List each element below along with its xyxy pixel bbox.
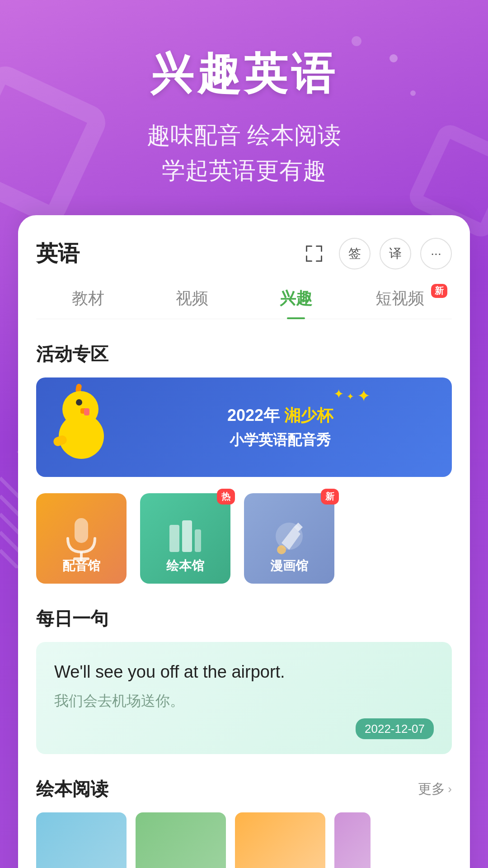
book-item-3[interactable]	[235, 812, 325, 868]
book-item-1[interactable]	[36, 812, 127, 868]
daily-date-badge: 2022-12-07	[356, 718, 434, 739]
book-strip	[36, 812, 452, 868]
banner-subtitle: 小学英语配音秀	[122, 430, 438, 450]
mic-icon	[61, 514, 102, 563]
main-card: 英语 签 译	[18, 215, 470, 868]
activity-section-title: 活动专区	[36, 342, 452, 367]
more-link[interactable]: 更多 ›	[418, 780, 452, 798]
tab-textbook[interactable]: 教材	[36, 288, 140, 319]
picture-book-icon-wrap: 绘本馆 热	[140, 493, 230, 584]
feature-dubbing[interactable]: 配音馆	[36, 493, 127, 584]
manga-badge: 新	[321, 489, 339, 505]
svg-rect-15	[75, 518, 88, 543]
svg-rect-19	[182, 520, 192, 552]
card-title: 英语	[36, 239, 80, 268]
book-item-2[interactable]	[136, 812, 226, 868]
tab-interest[interactable]: 兴趣	[244, 288, 348, 319]
activity-banner[interactable]: 2022年 湘少杯 小学英语配音秀 ✦ ✦ ✦	[36, 377, 452, 477]
banner-stars: ✦ ✦ ✦	[333, 387, 371, 406]
svg-rect-18	[169, 525, 179, 552]
feature-manga[interactable]: 漫画馆 新	[244, 493, 334, 584]
daily-card[interactable]: We'll see you off at the airport. 我们会去机场…	[36, 642, 452, 754]
svg-point-22	[277, 545, 286, 554]
dubbing-icon-wrap: 配音馆	[36, 493, 127, 584]
daily-date-area: 2022-12-07	[54, 722, 434, 736]
feature-row: 配音馆 绘本馆 热	[36, 493, 452, 584]
picture-book-badge: 热	[217, 489, 235, 505]
svg-rect-20	[195, 529, 201, 552]
picture-book-label: 绘本馆	[140, 557, 230, 575]
manga-icon-wrap: 漫画馆 新	[244, 493, 334, 584]
svg-rect-12	[306, 255, 307, 262]
svg-rect-10	[321, 245, 322, 252]
tab-short-video[interactable]: 短视频 新	[348, 288, 452, 319]
sub-title-line2: 学起英语更有趣	[0, 153, 488, 188]
manga-label: 漫画馆	[244, 557, 334, 575]
dubbing-label: 配音馆	[36, 557, 127, 575]
tab-bar: 教材 视频 兴趣 短视频 新	[36, 288, 452, 319]
translate-button[interactable]: 译	[380, 238, 411, 269]
banner-highlight: 湘少杯	[284, 406, 333, 425]
daily-english: We'll see you off at the airport.	[54, 660, 434, 684]
banner-year: 2022年 湘少杯	[122, 405, 438, 427]
banner-text: 2022年 湘少杯 小学英语配音秀	[122, 405, 438, 450]
feature-picture-book[interactable]: 绘本馆 热	[140, 493, 230, 584]
more-label: 更多	[418, 780, 445, 798]
header-section: 兴趣英语 趣味配音 绘本阅读 学起英语更有趣	[0, 0, 488, 215]
card-icon-group: 签 译 ···	[298, 238, 452, 269]
star1: ✦	[333, 387, 344, 406]
svg-rect-14	[321, 255, 322, 262]
daily-chinese: 我们会去机场送你。	[54, 691, 434, 711]
translate-label: 译	[389, 245, 402, 262]
scan-icon-button[interactable]	[298, 238, 330, 269]
more-dots: ···	[431, 246, 441, 261]
chevron-right-icon: ›	[448, 782, 452, 796]
svg-rect-8	[306, 245, 307, 252]
star3: ✦	[357, 387, 371, 406]
sign-label: 签	[348, 245, 361, 262]
book-icon	[165, 516, 206, 561]
mascot	[50, 387, 122, 468]
sign-button[interactable]: 签	[339, 238, 371, 269]
picture-book-title: 绘本阅读	[36, 777, 108, 802]
sub-title-line1: 趣味配音 绘本阅读	[0, 118, 488, 153]
star2: ✦	[347, 391, 354, 406]
daily-section-title: 每日一句	[36, 606, 452, 631]
short-video-badge: 新	[431, 284, 447, 298]
brush-icon	[269, 516, 310, 561]
card-header: 英语 签 译	[36, 238, 452, 269]
tab-video[interactable]: 视频	[140, 288, 244, 319]
book-item-4[interactable]	[334, 812, 371, 868]
picture-book-section-header: 绘本阅读 更多 ›	[36, 777, 452, 802]
main-title: 兴趣英语	[0, 45, 488, 104]
sub-title: 趣味配音 绘本阅读 学起英语更有趣	[0, 118, 488, 188]
more-button[interactable]: ···	[420, 238, 452, 269]
